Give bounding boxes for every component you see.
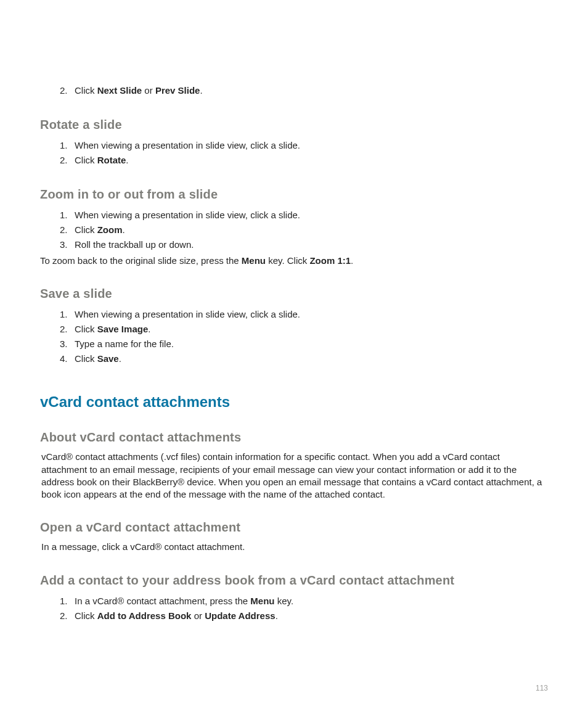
list-item: Type a name for the file.	[60, 337, 548, 351]
open-vcard-body: In a message, click a vCard® contact att…	[41, 541, 548, 553]
body-text: Click	[75, 85, 97, 96]
list-item: When viewing a presentation in slide vie…	[60, 307, 548, 322]
page-number: 113	[536, 684, 548, 692]
body-text: In a vCard® contact attachment, press th…	[75, 596, 250, 606]
about-vcard-body: vCard® contact attachments (.vcf files) …	[41, 451, 548, 501]
list-item: Click Zoom.	[60, 223, 548, 237]
rotate-list: When viewing a presentation in slide vie…	[60, 138, 548, 168]
body-text: .	[123, 224, 125, 235]
bold-text: Add to Address Book	[97, 610, 192, 621]
list-item: Click Save Image.	[60, 322, 548, 337]
heading-save-slide: Save a slide	[40, 287, 548, 301]
body-text: When viewing a presentation in slide vie…	[75, 309, 300, 319]
list-item: When viewing a presentation in slide vie…	[60, 138, 548, 153]
body-text: .	[200, 85, 202, 96]
body-text: .	[276, 610, 278, 621]
body-text: or	[142, 85, 155, 96]
zoom-list: When viewing a presentation in slide vie…	[60, 208, 548, 252]
bold-text: Next Slide	[97, 85, 142, 96]
list-item: When viewing a presentation in slide vie…	[60, 208, 548, 223]
list-item: Click Next Slide or Prev Slide.	[60, 83, 548, 98]
bold-text: Menu	[250, 596, 274, 606]
zoom-after-text: To zoom back to the original slide size,…	[40, 255, 548, 267]
body-text: Click	[75, 155, 97, 165]
heading-add-vcard: Add a contact to your address book from …	[40, 573, 548, 588]
body-text: Roll the trackball up or down.	[75, 239, 194, 250]
body-text: When viewing a presentation in slide vie…	[75, 210, 300, 220]
document-page: Click Next Slide or Prev Slide. Rotate a…	[0, 0, 588, 623]
list-item: Click Save.	[60, 351, 548, 366]
body-text: or	[191, 610, 205, 621]
body-text: .	[119, 353, 121, 364]
heading-vcard: vCard contact attachments	[40, 393, 548, 411]
list-item: In a vCard® contact attachment, press th…	[60, 594, 548, 609]
list-item: Roll the trackball up or down.	[60, 237, 548, 252]
bold-text: Update Address	[205, 610, 275, 621]
body-text: Click	[75, 353, 97, 364]
body-text: Click	[75, 224, 97, 235]
body-text: Click	[75, 324, 97, 334]
body-text: .	[351, 255, 353, 266]
bold-text: Menu	[242, 255, 266, 266]
list-item: Click Add to Address Book or Update Addr…	[60, 609, 548, 623]
body-text: Click	[75, 610, 97, 621]
body-text: To zoom back to the original slide size,…	[40, 255, 242, 266]
heading-zoom-slide: Zoom in to or out from a slide	[40, 187, 548, 202]
bold-text: Zoom 1:1	[309, 255, 351, 266]
body-text: key.	[275, 596, 294, 606]
heading-about-vcard: About vCard contact attachments	[40, 430, 548, 445]
body-text: .	[148, 324, 150, 334]
bold-text: Zoom	[97, 224, 123, 235]
save-list: When viewing a presentation in slide vie…	[60, 307, 548, 366]
add-vcard-list: In a vCard® contact attachment, press th…	[60, 594, 548, 623]
heading-open-vcard: Open a vCard contact attachment	[40, 520, 548, 535]
body-text: .	[126, 155, 128, 165]
bold-text: Rotate	[97, 155, 126, 165]
heading-rotate-slide: Rotate a slide	[40, 118, 548, 132]
body-text: When viewing a presentation in slide vie…	[75, 140, 300, 150]
body-text: key. Click	[266, 255, 309, 266]
body-text: Type a name for the file.	[75, 339, 174, 349]
bold-text: Prev Slide	[155, 85, 200, 96]
bold-text: Save	[97, 353, 119, 364]
list-item: Click Rotate.	[60, 153, 548, 168]
bold-text: Save Image	[97, 324, 149, 334]
top-continued-list: Click Next Slide or Prev Slide.	[60, 83, 548, 98]
